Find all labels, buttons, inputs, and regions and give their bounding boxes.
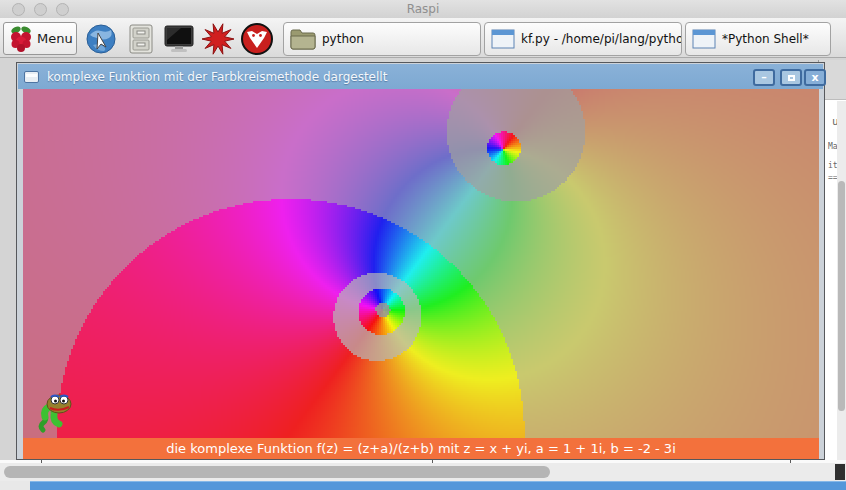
- editor-vertical-scrollbar[interactable]: [837, 101, 846, 481]
- snake-sprite: [37, 392, 75, 434]
- globe-icon: [85, 23, 117, 55]
- window-titlebar[interactable]: komplexe Funktion mit der Farbkreismetho…: [18, 64, 823, 89]
- taskbar-window-label: python: [322, 32, 364, 46]
- web-browser-launcher[interactable]: [84, 22, 118, 56]
- file-cabinet-icon: [127, 24, 155, 54]
- folder-icon: [290, 28, 316, 50]
- terminal-launcher[interactable]: [162, 22, 196, 56]
- menu-button-label: Menu: [37, 31, 73, 46]
- horizontal-scrollbar[interactable]: [0, 463, 846, 481]
- taskbar-window-label: kf.py - /home/pi/lang/pytho...: [521, 32, 682, 46]
- mathematica-launcher[interactable]: [201, 22, 235, 56]
- taskbar: Menu: [0, 18, 846, 58]
- taskbar-window-python[interactable]: python: [283, 22, 481, 56]
- close-icon: x: [811, 72, 818, 83]
- bottom-left-filler: [0, 481, 30, 490]
- maximize-button[interactable]: [780, 69, 802, 86]
- monitor-icon: [163, 24, 195, 54]
- close-button[interactable]: x: [804, 69, 826, 86]
- minimize-button[interactable]: –: [753, 69, 775, 86]
- taskbar-window-kf-py[interactable]: kf.py - /home/pi/lang/pytho...: [484, 22, 682, 56]
- wolfram-launcher[interactable]: [240, 22, 274, 56]
- background-window-titlebar-edge[interactable]: [30, 481, 846, 490]
- host-window-title: Raspi: [0, 2, 846, 16]
- complex-plot-canvas: [23, 89, 819, 438]
- fox-circle-icon: [240, 22, 274, 56]
- taskbar-window-label: *Python Shell*: [722, 32, 809, 46]
- window-icon: [692, 29, 716, 49]
- taskbar-window-python-shell[interactable]: *Python Shell*: [685, 22, 831, 56]
- menu-button[interactable]: Menu: [3, 22, 77, 55]
- plot-area: [23, 89, 819, 438]
- window-title: komplexe Funktion mit der Farbkreismetho…: [47, 70, 387, 84]
- editor-scrollbar-thumb[interactable]: [838, 181, 845, 411]
- status-bar-text: die komplexe Funktion f(z) = (z+a)/(z+b)…: [166, 441, 676, 456]
- complex-function-window: komplexe Funktion mit der Farbkreismetho…: [16, 62, 825, 460]
- spikey-star-icon: [201, 22, 235, 56]
- horizontal-scrollbar-thumb[interactable]: [4, 466, 550, 478]
- file-manager-launcher[interactable]: [124, 22, 158, 56]
- window-icon: [491, 29, 515, 49]
- raspberry-icon: [9, 25, 33, 53]
- window-icon: [24, 71, 39, 83]
- resize-corner[interactable]: [835, 464, 845, 480]
- maximize-icon: [788, 75, 795, 81]
- status-bar: die komplexe Funktion f(z) = (z+a)/(z+b)…: [23, 438, 819, 459]
- minimize-icon: –: [761, 72, 767, 83]
- host-titlebar: Raspi: [0, 0, 846, 18]
